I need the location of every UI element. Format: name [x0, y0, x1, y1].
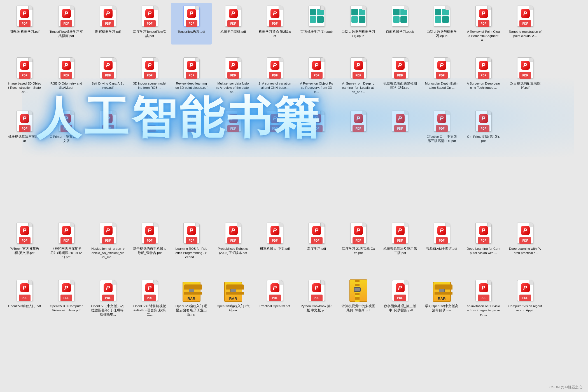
- list-item[interactable]: PPDF 深度学习 21天实战 Caffe.pdf: [338, 220, 379, 262]
- file-name: TensorFlow机器学习实战指南.pdf: [50, 30, 83, 38]
- list-item[interactable]: P PDF Target-le registration of point cl…: [505, 3, 545, 45]
- list-item[interactable]: PPDF Self-Driving Cars: A Survey.pdf: [88, 55, 128, 96]
- list-item[interactable]: PPDF PyTorch-官方推荐教程-英文版.pdf: [4, 220, 45, 262]
- list-item[interactable]: PPDF 深度学习.pdf: [296, 220, 337, 262]
- list-item[interactable]: PPDF 双目视觉的配算法综述.pdf: [505, 55, 545, 96]
- list-item[interactable]: PPDF 视觉SLAM十四讲.pdf: [421, 220, 462, 262]
- banner-container: 人工智能书籍: [28, 95, 588, 140]
- list-item[interactable]: PPDF Deep Learning for Computer Vision w…: [463, 220, 504, 262]
- file-name: OpenCV3编程入门.pdf: [8, 304, 41, 308]
- list-item[interactable]: PPDF 数字图像处理_第三版_中_冈萨雷斯.pdf: [380, 277, 420, 319]
- list-item[interactable]: P PDF 机器学习基础.pdf: [213, 3, 253, 45]
- file-name: 基于视觉的自主机器人导航_查特吉.pdf: [133, 247, 167, 255]
- file-name: 2_A survey of variational and CNN-base..…: [258, 81, 292, 90]
- list-item[interactable]: PPDF an invitation of 3D vision from ima…: [463, 277, 504, 319]
- file-name: 机器学习基础.pdf: [220, 30, 246, 34]
- list-item[interactable]: PPDF RGB-D Odometry and SLAM.pdf: [46, 55, 87, 96]
- file-name: 学习OpenCV(中文版高清带目录).rar: [425, 304, 459, 312]
- file-name: Monocular Depth Estimation Based On ...: [425, 81, 459, 90]
- list-item[interactable]: PPDF 机器视觉表面缺陷检测综述_汤勃.pdf: [380, 55, 420, 96]
- file-name: OpenCV3编程入门 毛星云编著 电子工业出版.rar: [175, 304, 208, 317]
- file-name: Probabilistic Robotics (2005)正式版本.pdf: [216, 247, 250, 255]
- list-item[interactable]: PPDF 《神经网络与深度学习》(邱锡鹏-20191121).pdf: [46, 220, 87, 262]
- list-item[interactable]: RAR 学习OpenCV(中文版高清带目录).rar: [421, 277, 462, 319]
- file-name: RGB-D Odometry and SLAM.pdf: [50, 81, 83, 90]
- file-name: 深度学习 21天实战 Caffe.pdf: [342, 247, 375, 255]
- list-item[interactable]: PPDF image-based 3D Object Reconstructio…: [4, 55, 45, 96]
- file-name: A Survey on Deep Learning Techniques ...: [467, 81, 500, 90]
- file-name: 图解机器学习.pdf: [95, 30, 121, 34]
- desktop: P PDF 周志华-机器学习.pdf P PDF TensorFlow机器学习实…: [0, 0, 588, 392]
- list-item[interactable]: P PDF 周志华-机器学习.pdf: [4, 3, 45, 45]
- list-item[interactable]: P PDF TensorFlow机器学习实战指南.pdf: [46, 3, 87, 45]
- list-item[interactable]: P PDF A Review of Point Cloud Semantic S…: [463, 3, 504, 45]
- file-name: an invitation of 3D vision from images t…: [467, 304, 500, 317]
- list-item[interactable]: PPDF A Survey on Deep Learning Technique…: [463, 55, 504, 96]
- file-name: 白话大数据与机器学习(1).epub: [342, 30, 375, 38]
- list-item[interactable]: PPDF 基于视觉的自主机器人导航_查特吉.pdf: [129, 220, 170, 262]
- list-item[interactable]: 百面机器学习.epub: [380, 3, 420, 45]
- file-name: 深度学习TensorFlow实战.pdf: [133, 30, 167, 38]
- file-name: OpenCV+3计算机视觉++Python语言实现+第二...: [133, 304, 167, 317]
- list-item[interactable]: 百面机器学习(1).epub: [296, 3, 337, 45]
- file-name: Target-le registration of point clouds: …: [508, 30, 542, 38]
- watermark: CSDN @AI机器之心: [549, 385, 582, 390]
- file-name: Python Cookbook 第3版 中文版.pdf: [300, 304, 333, 312]
- list-item[interactable]: PPDF Deep Learning with PyTorch practica…: [505, 220, 545, 262]
- file-row-4: PPDF PyTorch-官方推荐教程-英文版.pdf PPDF 《神经网络与深…: [0, 220, 588, 262]
- file-name: 机器视觉表面缺陷检测综述_汤勃.pdf: [383, 81, 417, 90]
- list-item[interactable]: PPDF 机器视觉算法及应用第二版.pdf: [380, 220, 420, 262]
- file-name: OpenCV（中文版）(布拉德斯基等).于仕琪等.扫描版电...: [91, 304, 125, 317]
- list-item[interactable]: 白话大数据与机器学习.epub: [421, 3, 462, 45]
- list-item[interactable]: P PDF 图解机器学习.pdf: [88, 3, 128, 45]
- list-item[interactable]: PPDF OpenCV 3.0 Computer Vision with Jav…: [46, 277, 87, 319]
- file-name: 视觉SLAM十四讲.pdf: [426, 247, 457, 251]
- file-name: 《神经网络与深度学习》(邱锡鹏-20191121).pdf: [50, 247, 83, 259]
- list-item[interactable]: PPDF A_Survey_on_Deep_Learning_for_Local…: [338, 55, 379, 96]
- file-name: 深度学习.pdf: [307, 247, 326, 251]
- file-name: Practical OpenCV.pdf: [260, 304, 290, 308]
- list-item[interactable]: PPDF A Review on Object Pose Recovery: f…: [296, 55, 337, 96]
- file-name: 白话大数据与机器学习.epub: [425, 30, 459, 38]
- file-name: Deep Learning with PyTorch practical a..…: [508, 247, 542, 255]
- file-name: 机器视觉算法及应用第二版.pdf: [383, 247, 417, 255]
- list-item[interactable]: PPDF Practical OpenCV.pdf: [255, 277, 295, 319]
- list-item[interactable]: PPDF OpenCV（中文版）(布拉德斯基等).于仕琪等.扫描版电...: [88, 277, 128, 319]
- file-name: 周志华-机器学习.pdf: [10, 30, 39, 34]
- list-item[interactable]: PPDF Python Cookbook 第3版 中文版.pdf: [296, 277, 337, 319]
- file-name: 百面机器学习.epub: [386, 30, 414, 34]
- file-name: OpenCV 3.0 Computer Vision with Java.pdf: [50, 304, 83, 312]
- list-item[interactable]: PPDF Review deep learning on 3D point cl…: [171, 55, 212, 96]
- list-item[interactable]: RAR OpenCV3编程入门+代码.rar: [213, 277, 253, 319]
- file-row-1: P PDF 周志华-机器学习.pdf P PDF TensorFlow机器学习实…: [0, 3, 588, 45]
- list-item[interactable]: 计算机视觉中的多视图几何_萨塞斯.pdf: [338, 277, 379, 319]
- file-name: 机器学习导论-第2版.pdf: [258, 30, 292, 38]
- file-row-2: PPDF image-based 3D Object Reconstructio…: [0, 55, 588, 96]
- list-item[interactable]: PPDF Learning ROS for Robotics Programmi…: [171, 220, 212, 262]
- file-name: 数字图像处理_第三版_中_冈萨雷斯.pdf: [383, 304, 417, 312]
- list-item[interactable]: PPDF 3D indoor scene modeling from RGB-.…: [129, 55, 170, 96]
- list-item[interactable]: PPDF OpenCV3编程入门.pdf: [4, 277, 45, 319]
- list-item[interactable]: P PDF 机器学习导论-第2版.pdf: [255, 3, 295, 45]
- file-name: 双目视觉的配算法综述.pdf: [508, 81, 542, 90]
- list-item[interactable]: PPDF Probabilistic Robotics (2005)正式版本.p…: [213, 220, 253, 262]
- file-name: Deep Learning for Computer Vision with .…: [467, 247, 500, 255]
- file-row-5: PPDF OpenCV3编程入门.pdf PPDF OpenCV 3.0 Com…: [0, 277, 588, 319]
- file-name: 百面机器学习(1).epub: [300, 30, 333, 34]
- list-item[interactable]: PPDF 概率机器人-中文.pdf: [255, 220, 295, 262]
- list-item[interactable]: PPDF OpenCV+3计算机视觉++Python语言实现+第二...: [129, 277, 170, 319]
- banner-text: 人工智能书籍: [28, 95, 330, 140]
- file-name: Self-Driving Cars: A Survey.pdf: [91, 81, 125, 90]
- list-item[interactable]: P PDF Tensorflow教程.pdf: [171, 3, 212, 45]
- list-item[interactable]: P PDF 深度学习TensorFlow实战.pdf: [129, 3, 170, 45]
- list-item[interactable]: PPDF 2_A survey of variational and CNN-b…: [255, 55, 295, 96]
- list-item[interactable]: PPDF Navigation_of_urban_vehicle_An_effi…: [88, 220, 128, 262]
- list-item[interactable]: PPDF Monocular Depth Estimation Based On…: [421, 55, 462, 96]
- list-item[interactable]: PPDF Computer Vision Algorithm and Appli…: [505, 277, 545, 319]
- list-item[interactable]: RAR OpenCV3编程入门 毛星云编著 电子工业出版.rar: [171, 277, 212, 319]
- file-name: 计算机视觉中的多视图几何_萨塞斯.pdf: [342, 304, 375, 312]
- list-item[interactable]: PPDF Multisensor data fusion: A review o…: [213, 55, 253, 96]
- file-name: PyTorch-官方推荐教程-英文版.pdf: [8, 247, 41, 255]
- file-name: Computer Vision Algorithm and Appli...: [508, 304, 542, 312]
- list-item[interactable]: 白话大数据与机器学习(1).epub: [338, 3, 379, 45]
